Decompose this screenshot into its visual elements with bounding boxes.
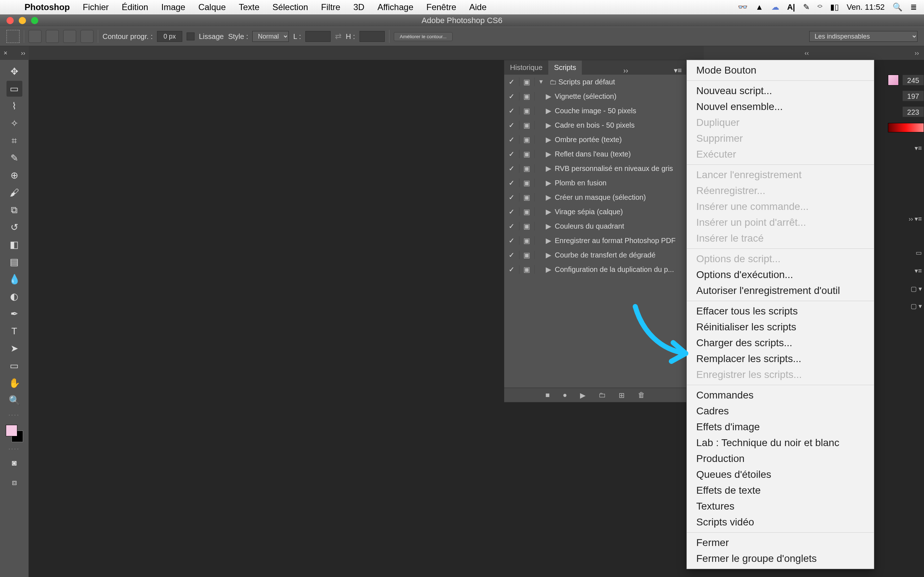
pen-tool-icon[interactable]: ✒ (6, 306, 23, 322)
type-tool-icon[interactable]: T (6, 323, 23, 339)
menu-aide[interactable]: Aide (463, 2, 493, 12)
style-select[interactable]: Normal (252, 31, 289, 42)
current-tool-icon[interactable] (6, 30, 19, 43)
new-action-icon[interactable]: ⊞ (619, 391, 625, 400)
dialog-toggle-icon[interactable]: ▣ (519, 265, 535, 274)
history-brush-tool-icon[interactable]: ↺ (6, 219, 23, 235)
color-r-value[interactable]: 245 (902, 75, 924, 85)
antialias-checkbox[interactable] (187, 32, 195, 40)
notifications-icon[interactable]: ≣ (910, 3, 917, 12)
toggle-check-icon[interactable]: ✓ (504, 121, 519, 129)
disclosure-down-icon[interactable]: ▼ (535, 79, 548, 85)
flyout-item[interactable]: Charger des scripts... (687, 335, 874, 351)
disclosure-right-icon[interactable]: ▶ (542, 135, 555, 144)
menu-affichage[interactable]: Affichage (371, 2, 420, 12)
lasso-tool-icon[interactable]: ⌇ (6, 98, 23, 114)
panel-flyout-icon[interactable]: ▾≡ (670, 66, 686, 75)
expand-panel-icon[interactable]: ›› (21, 49, 25, 57)
disclosure-right-icon[interactable]: ▶ (542, 265, 555, 274)
intersect-selection-icon[interactable] (81, 30, 94, 43)
menu-image[interactable]: Image (155, 2, 192, 12)
quick-mask-icon[interactable]: ◙ (6, 455, 23, 471)
shape-tool-icon[interactable]: ▭ (6, 358, 23, 374)
magic-wand-tool-icon[interactable]: ✧ (6, 115, 23, 131)
menu-3d[interactable]: 3D (347, 2, 371, 12)
flyout-item[interactable]: Effets de texte (687, 482, 874, 498)
zoom-tool-icon[interactable]: 🔍 (6, 392, 23, 408)
flyout-item[interactable]: Effets d'image (687, 419, 874, 435)
action-row[interactable]: ✓▣▶Configuration de la duplication du p.… (504, 262, 686, 277)
trash-icon[interactable]: 🗑 (638, 391, 645, 399)
workspace-select[interactable]: Les indispensables (809, 31, 918, 42)
disclosure-right-icon[interactable]: ▶ (542, 150, 555, 158)
menu-edition[interactable]: Édition (115, 2, 155, 12)
color-b-value[interactable]: 223 (902, 106, 924, 117)
close-panel-icon[interactable]: × (3, 49, 8, 57)
flyout-item[interactable]: Effacer tous les scripts (687, 303, 874, 319)
flyout-item[interactable]: Queues d'étoiles (687, 467, 874, 482)
tab-scripts[interactable]: Scripts (548, 61, 582, 75)
action-row[interactable]: ✓▣▶Reflet dans l'eau (texte) (504, 147, 686, 161)
panel-menu-icon[interactable]: ▾≡ (914, 267, 922, 275)
action-row[interactable]: ✓▣▶Cadre en bois - 50 pixels (504, 118, 686, 132)
disclosure-right-icon[interactable]: ▶ (542, 207, 555, 216)
tab-historique[interactable]: Historique (504, 61, 548, 75)
menu-selection[interactable]: Sélection (266, 2, 315, 12)
eraser-tool-icon[interactable]: ◧ (6, 237, 23, 253)
color-g-value[interactable]: 197 (902, 90, 924, 102)
flyout-item[interactable]: Nouveau script... (687, 83, 874, 99)
path-selection-tool-icon[interactable]: ➤ (6, 340, 23, 356)
spotlight-icon[interactable]: 🔍 (893, 3, 902, 12)
color-ramp[interactable] (888, 123, 924, 132)
move-tool-icon[interactable]: ✥ (6, 63, 23, 79)
dialog-toggle-icon[interactable]: ▣ (519, 121, 535, 129)
gradient-swatch-icon[interactable] (888, 75, 899, 85)
dropdown-icon[interactable]: ▢ ▾ (911, 302, 922, 310)
dialog-toggle-icon[interactable]: ▣ (519, 251, 535, 259)
new-set-icon[interactable]: 🗀 (598, 391, 606, 399)
flyout-item[interactable]: Fermer (687, 535, 874, 551)
height-input[interactable] (360, 31, 385, 42)
action-row[interactable]: ✓▣▶Ombre portée (texte) (504, 132, 686, 147)
clone-stamp-tool-icon[interactable]: ⧉ (6, 202, 23, 218)
gdrive-icon[interactable]: ▲ (756, 3, 763, 12)
collapse-panels-icon[interactable]: ‹‹ (800, 49, 814, 57)
flyout-item[interactable]: Lab : Technique du noir et blanc (687, 435, 874, 451)
disclosure-right-icon[interactable]: ▶ (542, 92, 555, 101)
foreground-color-swatch[interactable] (6, 425, 17, 436)
flyout-item[interactable]: Options d'exécution... (687, 267, 874, 283)
action-row[interactable]: ✓▣▶Courbe de transfert de dégradé (504, 248, 686, 262)
dialog-toggle-icon[interactable]: ▣ (519, 164, 535, 173)
flyout-item[interactable]: Scripts vidéo (687, 514, 874, 530)
stop-icon[interactable]: ■ (545, 391, 550, 399)
action-row[interactable]: ✓▣▶Virage sépia (calque) (504, 205, 686, 219)
dialog-toggle-icon[interactable]: ▣ (519, 106, 535, 115)
disclosure-right-icon[interactable]: ▶ (542, 106, 555, 115)
toggle-check-icon[interactable]: ✓ (504, 150, 519, 158)
hand-tool-icon[interactable]: ✋ (6, 375, 23, 391)
action-row[interactable]: ✓▣▶Enregistrer au format Photoshop PDF (504, 233, 686, 248)
toggle-check-icon[interactable]: ✓ (504, 77, 519, 86)
dialog-toggle-icon[interactable]: ▣ (519, 179, 535, 187)
flyout-item[interactable]: Autoriser l'enregistrement d'outil (687, 283, 874, 298)
dodge-tool-icon[interactable]: ◐ (6, 288, 23, 305)
panel-menu-icon[interactable]: ›› (909, 49, 924, 57)
crop-tool-icon[interactable]: ⌗ (6, 133, 23, 148)
action-row[interactable]: ✓▣▶Couche image - 50 pixels (504, 103, 686, 118)
toggle-check-icon[interactable]: ✓ (504, 222, 519, 230)
disclosure-right-icon[interactable]: ▶ (542, 164, 555, 173)
dialog-toggle-icon[interactable]: ▣ (519, 92, 535, 101)
healing-brush-tool-icon[interactable]: ⊕ (6, 167, 23, 183)
dialog-toggle-icon[interactable]: ▣ (519, 222, 535, 230)
new-selection-icon[interactable] (29, 30, 42, 43)
menu-fichier[interactable]: Fichier (76, 2, 115, 12)
dropdown-icon[interactable]: ▢ ▾ (911, 285, 922, 293)
menu-texte[interactable]: Texte (232, 2, 266, 12)
toggle-check-icon[interactable]: ✓ (504, 179, 519, 187)
refine-edge-button[interactable]: Améliorer le contour... (394, 32, 453, 41)
toggle-check-icon[interactable]: ✓ (504, 92, 519, 101)
adobe-icon[interactable]: A| (787, 3, 795, 12)
panel-menu-icon[interactable]: ›› ▾≡ (909, 215, 922, 223)
flyout-item[interactable]: Nouvel ensemble... (687, 99, 874, 115)
battery-icon[interactable]: ▮▯ (830, 3, 839, 12)
